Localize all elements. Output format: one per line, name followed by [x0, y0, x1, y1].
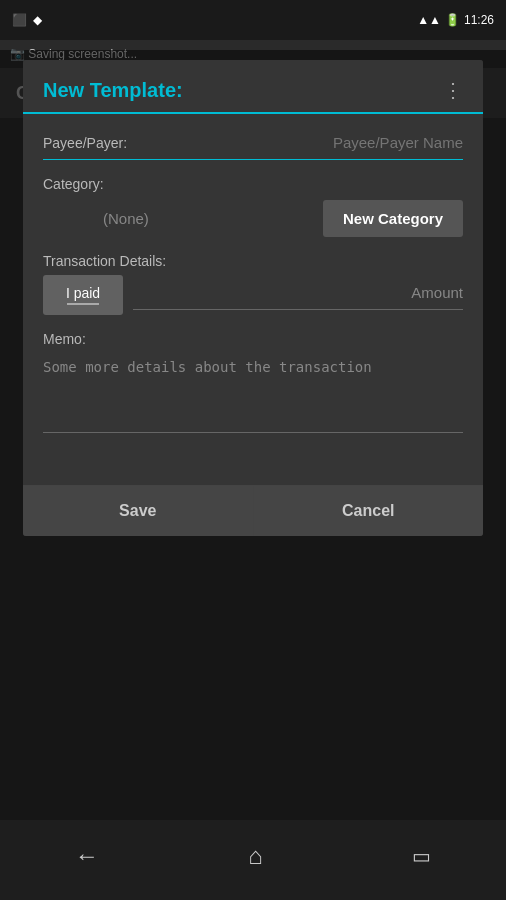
payee-label: Payee/Payer:	[43, 135, 127, 151]
nav-bar	[0, 820, 506, 900]
bt-icon: ◆	[33, 13, 42, 27]
payee-input[interactable]	[137, 130, 463, 155]
amount-field	[133, 280, 463, 310]
recents-button[interactable]	[392, 835, 451, 877]
category-row: (None) New Category	[43, 200, 463, 237]
transaction-label: Transaction Details:	[43, 253, 463, 269]
status-bar-left: ⬛ ◆	[12, 13, 42, 27]
category-row-container: Category: (None) New Category	[43, 176, 463, 237]
cancel-button[interactable]: Cancel	[254, 486, 484, 536]
none-label: (None)	[103, 210, 149, 227]
memo-input[interactable]	[43, 353, 463, 424]
home-button[interactable]	[228, 834, 283, 878]
home-icon	[248, 842, 263, 870]
status-bar: ⬛ ◆ ▲▲ 🔋 11:26	[0, 0, 506, 40]
save-button[interactable]: Save	[23, 486, 254, 536]
i-paid-underline	[67, 303, 98, 305]
category-label: Category:	[43, 176, 463, 192]
wifi-icon: ⬛	[12, 13, 27, 27]
dialog-title-bar: New Template: ⋮	[23, 60, 483, 114]
memo-row-container: Memo:	[43, 331, 463, 433]
dialog-menu-icon[interactable]: ⋮	[443, 78, 463, 102]
status-bar-right: ▲▲ 🔋 11:26	[417, 13, 494, 27]
battery-icon: 🔋	[445, 13, 460, 27]
dialog-overlay: New Template: ⋮ Payee/Payer: Category: (…	[0, 50, 506, 820]
memo-field	[43, 353, 463, 433]
i-paid-label: I paid	[66, 285, 100, 301]
signal-icon: ▲▲	[417, 13, 441, 27]
memo-label: Memo:	[43, 331, 463, 347]
dialog-body: Payee/Payer: Category: (None) New Catego…	[23, 114, 483, 465]
dialog-buttons: Save Cancel	[23, 485, 483, 536]
amount-input[interactable]	[133, 280, 463, 305]
dialog-title: New Template:	[43, 79, 183, 102]
time-display: 11:26	[464, 13, 494, 27]
payee-field-row: Payee/Payer:	[43, 130, 463, 160]
payee-row-container: Payee/Payer:	[43, 130, 463, 160]
transaction-row-container: Transaction Details: I paid	[43, 253, 463, 315]
back-button[interactable]	[55, 834, 119, 878]
recents-icon	[412, 843, 431, 869]
i-paid-button[interactable]: I paid	[43, 275, 123, 315]
new-category-button[interactable]: New Category	[323, 200, 463, 237]
transaction-row: I paid	[43, 275, 463, 315]
back-icon	[75, 842, 99, 870]
dialog: New Template: ⋮ Payee/Payer: Category: (…	[23, 60, 483, 536]
